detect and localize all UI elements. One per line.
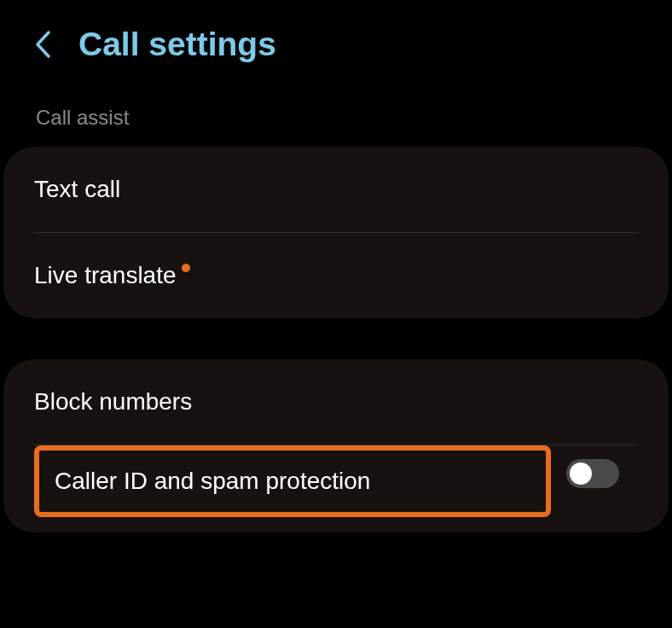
caller-id-spam-toggle[interactable] [566, 459, 619, 488]
chevron-left-icon [34, 30, 51, 59]
block-numbers-label: Block numbers [34, 388, 192, 416]
settings-item-text-call[interactable]: Text call [3, 147, 669, 232]
toggle-container [566, 459, 653, 503]
back-button[interactable] [34, 30, 51, 59]
caller-id-spam-label: Caller ID and spam protection [55, 468, 370, 495]
page-title: Call settings [78, 26, 276, 63]
live-translate-text: Live translate [34, 262, 177, 289]
highlight-annotation: Caller ID and spam protection [34, 445, 551, 517]
notification-dot-icon [182, 264, 190, 272]
settings-item-live-translate[interactable]: Live translate [3, 233, 669, 318]
settings-item-block-numbers[interactable]: Block numbers [3, 359, 669, 445]
toggle-thumb [570, 462, 592, 485]
header: Call settings [0, 0, 672, 97]
section-card-blocking: Block numbers Caller ID and spam protect… [3, 359, 669, 532]
settings-item-caller-id-spam[interactable]: Caller ID and spam protection [3, 445, 669, 532]
live-translate-label: Live translate [34, 262, 190, 289]
text-call-label: Text call [34, 176, 120, 203]
section-label-call-assist: Call assist [0, 97, 672, 147]
section-card-call-assist: Text call Live translate [3, 147, 669, 318]
